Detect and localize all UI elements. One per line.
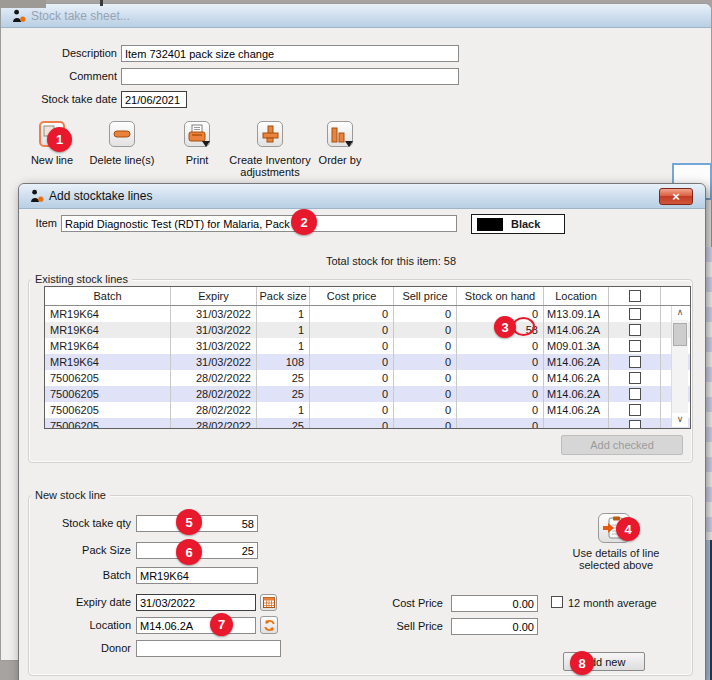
delete-lines-button[interactable] [109, 121, 135, 147]
calendar-icon [263, 597, 275, 608]
desktop-fragment [0, 0, 46, 8]
dialog-app-icon [30, 189, 44, 203]
create-inventory-adjustments-button[interactable] [257, 121, 283, 147]
table-row[interactable]: MR19K64 31/03/2022 1 0 0 0 M09.01.3A [45, 338, 690, 354]
table-row[interactable]: MR19K64 31/03/2022 1 0 0 58 M14.06.2A [45, 322, 690, 338]
order-by-button[interactable] [327, 121, 353, 147]
existing-stock-lines-table: Batch Expiry Pack size Cost price Sell p… [44, 286, 691, 429]
table-row[interactable]: 75006205 28/02/2022 25 0 0 0 [45, 418, 690, 429]
twelve-month-average-checkbox[interactable] [551, 596, 563, 608]
main-title-bar[interactable]: Stock take sheet... [1, 4, 711, 28]
table-row[interactable]: MR19K64 31/03/2022 108 0 0 0 M14.06.2A [45, 354, 690, 370]
table-scrollbar[interactable]: ∧ ∨ [671, 306, 688, 427]
annotation-badge-2: 2 [291, 209, 317, 235]
location-refresh-button[interactable] [260, 616, 278, 634]
row-checkbox[interactable] [629, 372, 641, 384]
table-row[interactable]: 75006205 28/02/2022 25 0 0 0 M14.06.2A [45, 370, 690, 386]
table-row[interactable]: MR19K64 31/03/2022 1 0 0 0 M13.09.1A [45, 306, 690, 322]
batch-label: Batch [21, 567, 131, 584]
annotation-badge-1: 1 [47, 127, 72, 152]
existing-stock-lines-label: Existing stock lines [31, 273, 132, 285]
annotation-badge-6: 6 [176, 539, 202, 565]
col-header-location[interactable]: Location [544, 287, 609, 305]
dialog-title: Add stocktake lines [49, 189, 152, 203]
item-label: Item [25, 215, 57, 232]
batch-input[interactable] [136, 567, 258, 584]
color-swatch [477, 218, 503, 231]
col-header-stock-on-hand[interactable]: Stock on hand [457, 287, 544, 305]
annotation-badge-3: 3 [494, 316, 516, 338]
order-by-dropdown-icon [345, 141, 353, 147]
cost-price-input[interactable] [451, 595, 538, 612]
scrollbar-thumb[interactable] [673, 323, 687, 346]
col-header-sell-price[interactable]: Sell price [394, 287, 457, 305]
table-header-row: Batch Expiry Pack size Cost price Sell p… [45, 287, 690, 306]
table-row[interactable]: 75006205 28/02/2022 25 0 0 0 M14.06.2A [45, 386, 690, 402]
col-header-checkbox [609, 287, 661, 305]
row-checkbox[interactable] [629, 324, 641, 336]
col-header-pack-size[interactable]: Pack size [257, 287, 310, 305]
main-window-title: Stock take sheet... [31, 9, 130, 23]
stock-take-qty-label: Stock take qty [21, 515, 131, 532]
row-checkbox[interactable] [629, 420, 641, 429]
pack-size-label: Pack Size [21, 542, 131, 559]
app-icon [12, 9, 26, 23]
total-stock-text: Total stock for this item: 58 [266, 255, 516, 267]
col-header-batch[interactable]: Batch [45, 287, 171, 305]
add-checked-button[interactable]: Add checked [561, 435, 683, 455]
comment-input[interactable] [121, 68, 459, 85]
select-all-checkbox[interactable] [629, 290, 641, 302]
add-stocktake-lines-dialog: Add stocktake lines × Item Black Total s… [18, 183, 706, 680]
close-icon[interactable]: × [659, 188, 693, 205]
col-header-expiry[interactable]: Expiry [171, 287, 257, 305]
print-button[interactable] [184, 121, 210, 147]
row-checkbox[interactable] [629, 340, 641, 352]
col-header-cost-price[interactable]: Cost price [310, 287, 394, 305]
expiry-date-input[interactable] [136, 594, 256, 611]
desktop-fragment-tick [100, 0, 103, 6]
item-input[interactable] [61, 215, 457, 232]
delete-lines-icon [111, 123, 133, 145]
row-checkbox[interactable] [629, 308, 641, 320]
item-color-box: Black [471, 214, 565, 234]
donor-input[interactable] [136, 640, 281, 657]
print-dropdown-icon [202, 141, 210, 147]
description-label: Description [21, 45, 117, 62]
scroll-up-icon[interactable]: ∧ [672, 306, 688, 320]
scroll-down-icon[interactable]: ∨ [672, 413, 688, 427]
stock-take-date-label: Stock take date [21, 91, 117, 108]
row-checkbox[interactable] [629, 356, 641, 368]
new-stock-line-label: New stock line [31, 489, 110, 501]
annotation-badge-5: 5 [176, 509, 202, 535]
location-label: Location [21, 617, 131, 634]
annotation-badge-7: 7 [210, 613, 233, 636]
annotation-badge-4: 4 [616, 517, 640, 541]
twelve-month-average-label: 12 month average [568, 597, 657, 609]
inventory-adjustments-icon [259, 123, 281, 145]
calendar-button[interactable] [260, 594, 277, 611]
donor-label: Donor [21, 640, 131, 657]
row-checkbox[interactable] [629, 404, 641, 416]
description-input[interactable] [121, 45, 459, 62]
expiry-date-label: Expiry date [21, 594, 131, 611]
comment-label: Comment [21, 68, 117, 85]
sell-price-input[interactable] [451, 618, 538, 635]
annotation-badge-8: 8 [570, 651, 594, 675]
use-details-caption: Use details of line selected above [556, 547, 676, 571]
cost-price-label: Cost Price [386, 595, 443, 612]
location-input[interactable] [136, 617, 256, 634]
order-by-label: Order by [295, 154, 385, 166]
row-checkbox[interactable] [629, 388, 641, 400]
refresh-icon [263, 619, 276, 632]
sell-price-label: Sell Price [386, 618, 443, 635]
color-name: Black [511, 218, 540, 230]
stock-take-date-input[interactable] [121, 91, 187, 108]
table-row[interactable]: 75006205 28/02/2022 1 0 0 0 M14.06.2A [45, 402, 690, 418]
dialog-title-bar[interactable]: Add stocktake lines × [19, 184, 705, 209]
